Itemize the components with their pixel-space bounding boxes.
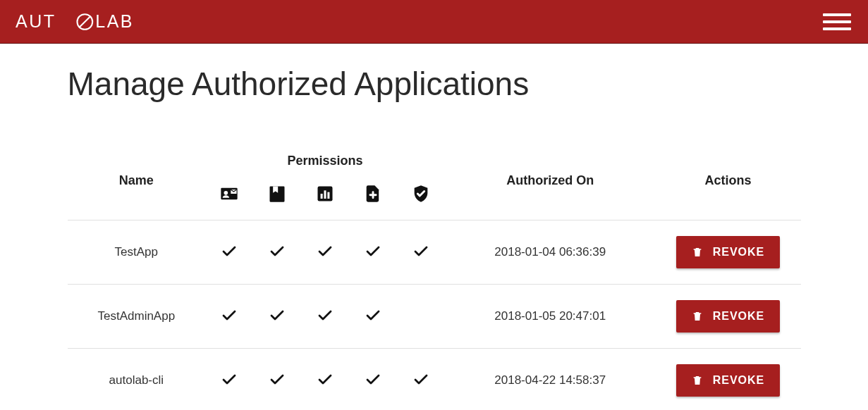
perm-cell: [397, 220, 445, 285]
check-icon: [317, 242, 334, 259]
main-content: Manage Authorized Applications Name Perm…: [68, 44, 801, 410]
bookmark-icon: [253, 175, 301, 220]
chart-icon: [301, 175, 349, 220]
menu-toggle[interactable]: [823, 13, 851, 30]
trash-icon: [692, 310, 703, 323]
revoke-button[interactable]: REVOKE: [676, 236, 781, 268]
svg-point-5: [224, 191, 228, 195]
shield-check-icon: [397, 175, 445, 220]
trash-icon: [692, 374, 703, 387]
brand-logo[interactable]: AUT LAB: [16, 11, 169, 32]
check-icon: [269, 242, 286, 259]
app-name: TestAdminApp: [68, 285, 206, 349]
revoke-button[interactable]: REVOKE: [676, 300, 781, 333]
authorized-on-cell: 2018-01-05 20:47:01: [445, 285, 656, 349]
check-icon: [269, 371, 286, 387]
authorized-apps-table: Name Permissions Authorized On Actions: [68, 145, 801, 410]
check-icon: [412, 371, 429, 387]
check-icon: [365, 371, 381, 387]
svg-line-2: [79, 15, 91, 27]
actions-cell: REVOKE: [656, 220, 801, 285]
app-row: TestApp 2018-01-04 06:36:39 REVOKE: [68, 220, 801, 285]
page-title: Manage Authorized Applications: [68, 65, 801, 103]
perm-cell: [397, 285, 445, 349]
check-icon: [317, 306, 334, 323]
actions-cell: REVOKE: [656, 285, 801, 349]
col-actions-header: Actions: [656, 145, 801, 220]
svg-rect-8: [321, 194, 323, 199]
svg-rect-9: [324, 190, 326, 199]
app-row: TestAdminApp 2018-01-05 20:47:01 REVOKE: [68, 285, 801, 349]
revoke-label: REVOKE: [713, 310, 765, 323]
perm-cell: [253, 285, 301, 349]
col-permissions-header: Permissions: [205, 145, 445, 175]
perm-cell: [205, 349, 253, 411]
perm-cell: [253, 220, 301, 285]
perm-cell: [349, 285, 397, 349]
revoke-label: REVOKE: [713, 374, 765, 387]
perm-cell: [349, 220, 397, 285]
file-plus-icon: [349, 175, 397, 220]
app-row: autolab-cli 2018-04-22 14:58:37 REVOKE: [68, 349, 801, 411]
app-name: TestApp: [68, 220, 206, 285]
perm-cell: [301, 220, 349, 285]
check-icon: [221, 306, 238, 323]
authorized-on-cell: 2018-04-22 14:58:37: [445, 349, 656, 411]
perm-cell: [205, 220, 253, 285]
svg-text:AUT: AUT: [16, 11, 56, 31]
perm-cell: [301, 285, 349, 349]
svg-text:LAB: LAB: [95, 11, 134, 31]
autolab-wordmark-icon: AUT LAB: [16, 11, 169, 32]
actions-cell: REVOKE: [656, 349, 801, 411]
check-icon: [269, 306, 286, 323]
svg-rect-10: [327, 192, 329, 199]
perm-cell: [349, 349, 397, 411]
revoke-button[interactable]: REVOKE: [676, 364, 781, 397]
col-name-header: Name: [68, 145, 206, 220]
check-icon: [412, 242, 429, 259]
perm-cell: [205, 285, 253, 349]
app-name: autolab-cli: [68, 349, 206, 411]
check-icon: [365, 306, 381, 323]
trash-icon: [692, 246, 703, 259]
revoke-label: REVOKE: [713, 246, 765, 259]
check-icon: [365, 242, 381, 259]
top-header: AUT LAB: [0, 0, 868, 44]
perm-cell: [301, 349, 349, 411]
contact-card-icon: [205, 175, 253, 220]
check-icon: [221, 371, 238, 387]
check-icon: [221, 242, 238, 259]
authorized-on-cell: 2018-01-04 06:36:39: [445, 220, 656, 285]
col-authorized-on-header: Authorized On: [445, 145, 656, 220]
perm-cell: [253, 349, 301, 411]
perm-cell: [397, 349, 445, 411]
check-icon: [317, 371, 334, 387]
